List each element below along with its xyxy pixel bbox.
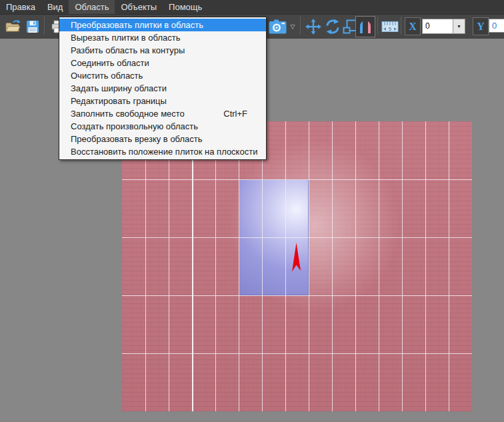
tile-grid-line [355,121,356,411]
menu-item[interactable]: Создать произвольную область [59,120,266,133]
menu-item[interactable]: Редактировать границы [59,95,266,107]
tile-grid-line [285,121,286,411]
screenshot-button[interactable] [267,16,287,37]
menu-item[interactable]: Преобразовать врезку в область [59,133,266,145]
open-button[interactable] [3,16,23,37]
menu-item-label: Преобразовать плитки в область [71,20,247,30]
toolbar-separator [44,17,45,35]
save-button[interactable] [23,16,43,37]
tile-grid-line [425,121,426,411]
menu-item-label: Создать произвольную область [71,121,247,131]
svg-text:5: 5 [389,26,392,32]
tile-grid-line [309,121,309,411]
menu-item-label: Восстановить положение плиток на плоскос… [71,147,257,157]
menu-item-label: Вырезать плитки в область [71,33,247,43]
move-icon [305,19,321,35]
menu-item[interactable]: Вырезать плитки в область [59,31,266,44]
menu-item-label: Преобразовать врезку в область [71,134,247,144]
rotate-icon [325,19,341,35]
x-coordinate-value: 0 [423,19,453,33]
chevron-down-icon: ▽ [291,23,295,30]
combobox-dropdown-arrow-icon[interactable]: ▼ [453,19,465,33]
camera-icon [269,19,287,34]
menu-item[interactable]: Восстановить положение плиток на плоскос… [59,145,266,158]
move-button[interactable] [303,16,323,37]
menu-item-label: Задать ширину области [71,83,247,93]
x-coordinate-label: X [405,17,421,35]
menu-item[interactable]: Преобразовать плитки в область [59,19,266,31]
tile-grid-line [262,121,263,411]
menubar-item[interactable]: Область [69,0,115,14]
toolbar-separator [401,17,401,35]
folder-open-icon [5,20,21,33]
menubar-item[interactable]: Объекты [115,0,163,14]
red-arrow-cursor [291,243,302,275]
tile-grid-line [169,121,169,411]
tile-grid-line [145,121,146,411]
menu-item-label: Редактировать границы [71,96,247,106]
menu-item-label: Разбить область на контуры [71,45,247,55]
menu-item[interactable]: Заполнить свободное местоCtrl+F [59,107,266,120]
rotate-button[interactable] [323,16,343,37]
screenshot-options-button[interactable]: ▽ [287,16,299,37]
tile-grid-line [122,237,472,238]
menubar-item[interactable]: Помощь [163,0,208,14]
application-window: ▽ [0,0,504,422]
menubar-item[interactable]: Правка [0,0,41,14]
y-coordinate-label: Y [473,17,489,35]
tile-grid-line [379,121,379,411]
menu-item-label: Очистить область [71,71,247,81]
menubar-item[interactable]: Вид [41,0,69,14]
measure-button[interactable]: 5 [380,16,400,37]
tile-grid-line [332,121,333,411]
menu-item[interactable]: Соединить области [59,57,266,69]
tile-grid-line [215,121,216,411]
menu-item[interactable]: Задать ширину области [59,82,266,95]
y-coordinate-value: 0 [492,21,497,31]
tile-grid-line [239,121,239,411]
tile-grid-line [192,121,193,411]
tile-grid-line [122,179,472,180]
menu-item[interactable]: Очистить область [59,69,266,82]
oblast-dropdown-menu: Преобразовать плитки в областьВырезать п… [59,17,267,160]
tile-grid-line [449,121,449,411]
tile-grid-line [122,353,472,354]
save-icon [26,20,39,33]
menu-item-label: Соединить области [71,58,247,68]
tile-grid-line [122,295,472,296]
x-coordinate-combobox[interactable]: 0 ▼ [422,19,465,34]
y-coordinate-input[interactable]: 0 [489,19,504,33]
toolbar-separator [300,17,301,35]
menu-item[interactable]: Разбить область на контуры [59,44,266,57]
toolbar-separator [377,17,378,35]
snap-magnet-button[interactable] [355,16,375,37]
ruler-icon: 5 [381,19,399,34]
menu-item-shortcut: Ctrl+F [223,109,262,119]
magnet-icon [357,19,373,35]
menu-item-label: Заполнить свободное место [71,109,223,119]
menubar: ПравкаВидОбластьОбъектыПомощь [0,0,504,15]
tile-grid-line [402,121,403,411]
